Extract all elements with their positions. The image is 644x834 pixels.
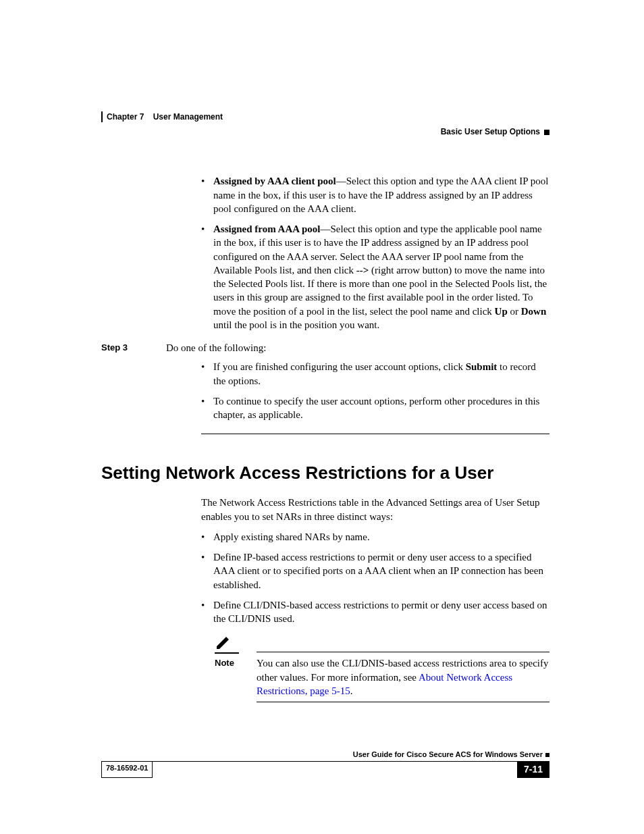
option-name: Assigned by AAA client pool	[213, 176, 336, 186]
section-intro: The Network Access Restrictions table in…	[201, 496, 549, 523]
list-item: Define CLI/DNIS-based access restriction…	[201, 598, 549, 626]
step-3-options: If you are finished configuring the user…	[201, 360, 549, 421]
nar-b: Define IP-based access restrictions to p…	[213, 552, 543, 590]
up-label: Up	[495, 306, 508, 317]
section-divider	[201, 434, 549, 434]
section-heading: Setting Network Access Restrictions for …	[101, 461, 549, 485]
down-label: Down	[521, 306, 547, 317]
chapter-label: Chapter 7	[107, 112, 144, 122]
option-desc-3: until the pool is in the position you wa…	[213, 319, 379, 330]
option-name: Assigned from AAA pool	[213, 224, 321, 234]
step-label: Step 3	[39, 341, 166, 355]
running-header: Chapter 7 User Management Basic User Set…	[101, 111, 549, 137]
nar-c: Define CLI/DNIS-based access restriction…	[213, 600, 547, 624]
option-list: Assigned by AAA client pool—Select this …	[201, 174, 549, 332]
footer-marker-icon	[545, 753, 549, 757]
header-chapter: Chapter 7 User Management	[101, 111, 549, 122]
footer-doc-number: 78-16592-01	[101, 761, 153, 778]
page-footer: User Guide for Cisco Secure ACS for Wind…	[101, 750, 549, 778]
step-body: Do one of the following:	[166, 341, 549, 355]
sub-b: To continue to specify the user account …	[213, 396, 539, 420]
nar-list: Apply existing shared NARs by name. Defi…	[201, 530, 549, 626]
arrow-label: -->	[356, 265, 369, 276]
note-label: Note	[215, 656, 257, 698]
header-section: Basic User Setup Options	[101, 126, 549, 137]
step-3: Step 3 Do one of the following:	[39, 341, 549, 355]
list-item: Assigned from AAA pool—Select this optio…	[201, 222, 549, 332]
submit-label: Submit	[466, 361, 498, 372]
footer-guide-title: User Guide for Cisco Secure ACS for Wind…	[353, 750, 543, 758]
note-block: Note You can also use the CLI/DNIS-based…	[215, 635, 549, 702]
or-text: or	[508, 306, 521, 317]
header-end-marker-icon	[544, 130, 549, 135]
pencil-icon	[215, 635, 231, 651]
list-item: Assigned by AAA client pool—Select this …	[201, 174, 549, 215]
list-item: Apply existing shared NARs by name.	[201, 530, 549, 544]
list-item: Define IP-based access restrictions to p…	[201, 550, 549, 592]
sub-a-1: If you are finished configuring the user…	[213, 361, 466, 372]
footer-page-number: 7-11	[517, 761, 549, 778]
header-section-text: Basic User Setup Options	[441, 127, 540, 136]
list-item: To continue to specify the user account …	[201, 394, 549, 422]
chapter-title: User Management	[153, 112, 223, 122]
note-text: You can also use the CLI/DNIS-based acce…	[257, 656, 549, 698]
list-item: If you are finished configuring the user…	[201, 360, 549, 388]
note-text-2: .	[350, 685, 353, 696]
nar-a: Apply existing shared NARs by name.	[213, 531, 370, 542]
step-text: Do one of the following:	[166, 342, 266, 353]
